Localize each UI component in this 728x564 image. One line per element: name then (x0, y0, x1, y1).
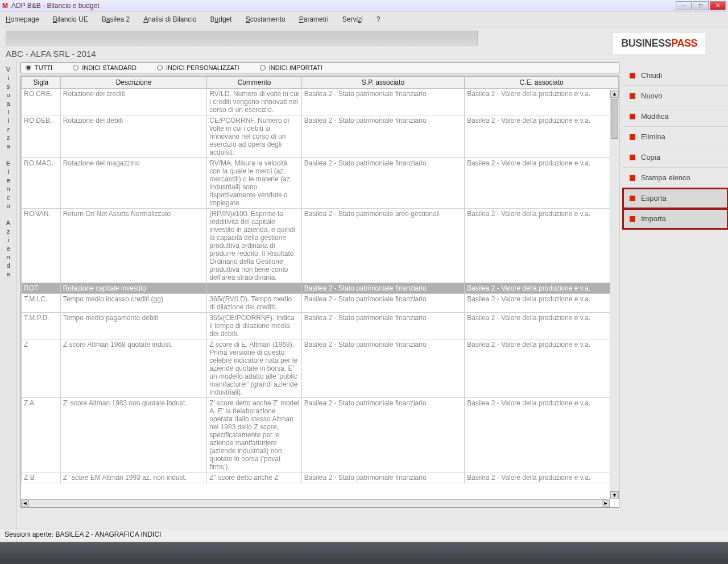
scroll-right-icon[interactable]: ► (602, 500, 610, 507)
table-row[interactable]: T.M.I.C.Tempo medio incasso crediti (gg)… (22, 294, 619, 313)
table-cell: Rotazione dei debiti (60, 115, 207, 158)
table-row[interactable]: RO.MAG.Rotazione del magazzinoRV/MA. Mis… (22, 158, 619, 209)
square-icon (630, 93, 635, 99)
table-row[interactable]: ROTRotazione capitale investitoBasilea 2… (22, 283, 619, 294)
action-elimina[interactable]: Elimina (623, 127, 728, 147)
action-label: Nuovo (641, 92, 663, 100)
os-taskbar[interactable] (0, 542, 728, 564)
brand-logo: BUSINESSPASS (613, 33, 705, 54)
radio-indici-importati[interactable]: INDICI IMPORTATI (260, 64, 322, 71)
action-importa[interactable]: Importa (623, 209, 728, 229)
table-row[interactable]: Z BZ'' score EM Altman 1993 az. non indu… (22, 472, 619, 483)
square-icon (630, 216, 635, 222)
square-icon (630, 134, 635, 140)
table-cell: Basilea 2 - Valore della produzione e v.… (465, 115, 619, 158)
action-nuovo[interactable]: Nuovo (623, 86, 728, 106)
table-cell: RONAN. (22, 209, 61, 283)
table-row[interactable]: T.M.P.D.Tempo medio pagamento debiti365/… (22, 313, 619, 339)
square-icon (630, 114, 635, 119)
table-cell: Basilea 2 - Stato patrimoniale finanziar… (301, 398, 464, 472)
table-cell: Z'' score EM Altman 1993 az. non indust. (60, 472, 207, 483)
scroll-left-icon[interactable]: ◄ (21, 500, 29, 507)
table-cell: Basilea 2 - Stato patrimoniale finanziar… (301, 313, 464, 339)
col-ce-associato[interactable]: C.E. associato (465, 77, 619, 89)
table-row[interactable]: RO.DEB.Rotazione dei debitiCE/PCORRNF. N… (22, 115, 619, 158)
right-action-panel: ChiudiNuovoModificaEliminaCopiaStampa el… (623, 60, 728, 564)
action-modifica[interactable]: Modifica (623, 106, 728, 127)
indices-table: Sigla Descrizione Commento S.P. associat… (21, 76, 619, 483)
action-stampa-elenco[interactable]: Stampa elenco (623, 168, 728, 188)
menu-help[interactable]: ? (377, 15, 380, 23)
col-sigla[interactable]: Sigla (22, 77, 61, 89)
col-descrizione[interactable]: Descrizione (60, 77, 207, 89)
menu-servizi[interactable]: Servizi (342, 15, 363, 23)
status-bar: Sessioni aperte: BASILEA 2 - ANAGRAFICA … (0, 529, 728, 540)
indices-table-wrapper: Sigla Descrizione Commento S.P. associat… (20, 76, 619, 508)
radio-indici-standard[interactable]: INDICI STANDARD (73, 64, 136, 71)
table-cell: Basilea 2 - Valore della produzione e v.… (465, 294, 619, 313)
radio-icon (157, 65, 163, 70)
menu-homepage[interactable]: Homepage (6, 15, 39, 23)
table-cell: Z score di E. Altman (1968). Prima versi… (207, 339, 301, 398)
table-cell: T.M.P.D. (22, 313, 61, 339)
action-label: Modifica (641, 112, 668, 121)
table-cell: RO.CRE. (22, 89, 61, 115)
table-row[interactable]: RO.CRE.Rotazione dei creditiRV/LD. Numer… (22, 89, 619, 115)
col-commento[interactable]: Commento (207, 77, 301, 89)
action-esporta[interactable]: Esporta (623, 188, 728, 209)
left-vertical-tabs[interactable]: Visualizza Elenco Aziende (0, 60, 17, 564)
table-header-row: Sigla Descrizione Commento S.P. associat… (22, 77, 619, 89)
radio-tutti[interactable]: TUTTI (26, 64, 52, 71)
table-cell: Basilea 2 - Stato patrimoniale finanziar… (301, 115, 464, 158)
square-icon (630, 73, 635, 78)
table-cell: Z'' score detto anche Z' (207, 472, 301, 483)
menu-scostamento[interactable]: Scostamento (246, 15, 286, 23)
table-cell: Z (22, 339, 61, 398)
table-cell: RO.MAG. (22, 158, 61, 209)
scroll-thumb[interactable] (611, 99, 618, 139)
table-cell: 365/(RV/LD). Tempo medio di dilazione de… (207, 294, 301, 313)
table-cell: Return On Net Assets Normalizzato (60, 209, 207, 283)
action-chiudi[interactable]: Chiudi (623, 65, 728, 86)
window-title: ADP B&B - Bilancio e budget (11, 2, 676, 10)
table-cell: Basilea 2 - Stato patrimoniale finanziar… (301, 294, 464, 313)
radio-icon (73, 65, 78, 70)
radio-indici-personalizzati[interactable]: INDICI PERSONALIZZATI (157, 64, 239, 71)
menu-bilancio-ue[interactable]: Bilancio UE (53, 15, 88, 23)
table-cell: Z' score detto anche Z' model A. E' la r… (207, 398, 301, 472)
table-cell: Basilea 2 - Stato patrimoniale finanziar… (301, 158, 464, 209)
table-row[interactable]: RONAN.Return On Net Assets Normalizzato(… (22, 209, 619, 283)
action-copia[interactable]: Copia (623, 147, 728, 168)
menu-basilea-2[interactable]: Basilea 2 (102, 15, 130, 23)
table-cell: Z A (22, 398, 61, 472)
maximize-button[interactable]: □ (693, 1, 709, 10)
menu-budget[interactable]: Budget (210, 15, 232, 23)
radio-filter-row: TUTTI INDICI STANDARD INDICI PERSONALIZZ… (20, 62, 619, 73)
close-button[interactable]: ✕ (710, 1, 726, 10)
scroll-down-icon[interactable]: ▼ (610, 491, 619, 499)
table-cell (207, 283, 301, 294)
menubar: Homepage Bilancio UE Basilea 2 Analisi d… (0, 11, 728, 27)
table-cell: Tempo medio pagamento debiti (60, 313, 207, 339)
square-icon (630, 175, 635, 181)
table-cell: Basilea 2 - Valore della produzione e v.… (465, 158, 619, 209)
minimize-button[interactable]: — (676, 1, 692, 10)
table-row[interactable]: Z AZ' score Altman 1983 non quotate indu… (22, 398, 619, 472)
menu-parametri[interactable]: Parametri (299, 15, 329, 23)
table-cell: Basilea 2 - Valore della produzione e v.… (465, 398, 619, 472)
radio-selected-icon (26, 65, 31, 70)
table-cell: Basilea 2 - Stato patrimoniale finanziar… (301, 472, 464, 483)
scroll-up-icon[interactable]: ▲ (610, 90, 619, 98)
table-cell: Z score Altman 1968 quotate indust. (60, 339, 207, 398)
table-cell: T.M.I.C. (22, 294, 61, 313)
col-sp-associato[interactable]: S.P. associato (301, 77, 464, 89)
table-row[interactable]: ZZ score Altman 1968 quotate indust.Z sc… (22, 339, 619, 398)
table-cell: RV/MA. Misura la velocità con la quale l… (207, 158, 301, 209)
menu-analisi[interactable]: Analisi di Bilancio (143, 15, 196, 23)
table-cell: RV/LD. Numero di volte in cui i crediti … (207, 89, 301, 115)
table-cell: CE/PCORRNF. Numero di volte in cui i deb… (207, 115, 301, 158)
scroll-track[interactable] (29, 500, 602, 507)
table-cell: Basilea 2 - Valore della produzione e v.… (465, 283, 619, 294)
horizontal-scrollbar[interactable]: ◄ ► (21, 499, 610, 507)
vertical-scrollbar[interactable]: ▲ ▼ (610, 90, 619, 499)
